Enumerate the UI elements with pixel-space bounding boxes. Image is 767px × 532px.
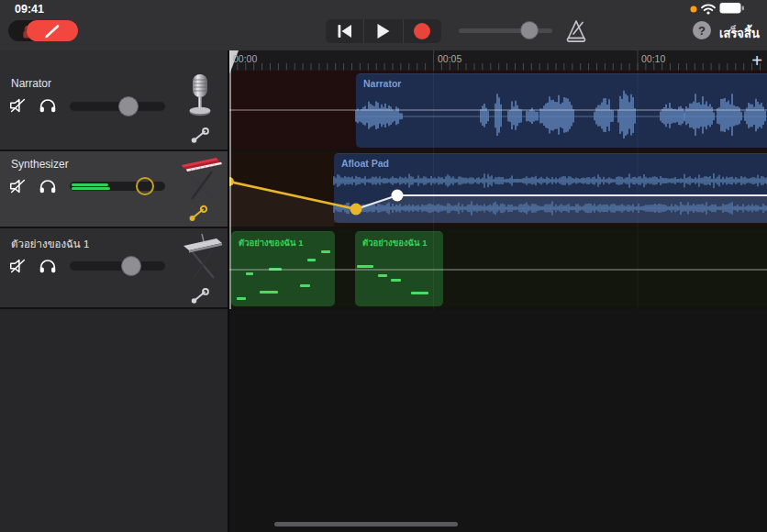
microphone-icon[interactable] [182,72,218,124]
solo-button[interactable] [37,175,59,197]
record-icon [413,22,431,40]
garageband-app: 09:41 [0,0,767,532]
mute-button[interactable] [7,175,29,197]
automation-icon [189,286,211,306]
headphones-icon [38,176,58,196]
edit-pencil-pill[interactable] [27,20,78,41]
help-button[interactable]: ? [693,21,711,39]
skip-to-start-icon [337,24,353,39]
automation-button[interactable] [189,125,211,147]
row-separator [0,150,767,151]
wifi-icon [700,3,717,15]
sidebar-divider [228,50,229,532]
track-header-narrator[interactable]: Narrator [0,50,229,150]
timeline-ruler[interactable] [229,50,767,71]
solo-button[interactable] [37,255,59,277]
metronome-button[interactable] [563,18,589,44]
ruler-label-0000: 00:00 [233,53,257,64]
recording-indicator-dot [690,6,697,13]
play-button[interactable] [364,19,402,43]
record-button[interactable] [404,19,441,43]
track-header-synthesizer[interactable]: Synthesizer [0,151,229,227]
done-button[interactable]: เสร็จสิ้น [719,24,760,43]
row-separator [0,307,767,309]
battery-icon [719,2,745,15]
ruler-label-0005: 00:05 [438,53,461,64]
track-name: ตัวอย่างของฉัน 1 [11,236,89,252]
region-label: Afloat Pad [334,154,767,169]
timeline-empty-area [229,309,767,532]
headphones-icon [38,95,58,116]
region-label: Narrator [356,74,767,89]
level-meter-right [72,187,110,190]
sidebar-empty-area: + [0,309,229,532]
track-volume-knob[interactable] [136,177,154,195]
row-separator [0,227,767,228]
toolbar: 09:41 [0,0,767,50]
horizontal-scrollbar[interactable] [274,522,458,526]
track-volume-knob[interactable] [118,96,139,116]
master-volume-knob[interactable] [520,21,539,39]
track-name: Synthesizer [11,158,69,171]
region-afloat-pad[interactable]: Afloat Pad [334,153,767,223]
track-volume-knob[interactable] [121,256,141,276]
status-time: 09:41 [15,3,44,16]
region-label: ตัวอย่างของฉัน 1 [231,232,335,249]
region-narrator[interactable]: Narrator [356,73,767,148]
ruler-label-0010: 00:10 [641,53,665,64]
region-label: ตัวอย่างของฉัน 1 [355,232,443,249]
record-enable-toggle[interactable] [8,20,78,41]
automation-icon [189,126,211,146]
region-midi-2[interactable]: ตัวอย่างของฉัน 1 [355,231,443,306]
level-meter-left [72,183,108,186]
play-icon [376,23,391,39]
automation-button[interactable] [189,285,211,307]
mute-button[interactable] [7,94,29,116]
add-section-button[interactable]: + [747,50,767,71]
headphones-icon [38,256,58,276]
solo-button[interactable] [37,94,59,116]
mute-speaker-icon [8,256,28,276]
keyboard-gray-icon[interactable] [180,230,224,283]
keyboard-red-icon[interactable] [176,152,226,205]
pencil-icon [42,23,62,39]
automation-icon-yellow [187,203,209,225]
mute-button[interactable] [7,255,29,277]
region-midi-1[interactable]: ตัวอย่างของฉัน 1 [231,231,335,306]
track-volume-slider[interactable] [70,102,165,111]
transport-controls [326,19,441,43]
track-name: Narrator [11,77,51,90]
mute-speaker-icon [8,176,28,196]
track-header-my-sample[interactable]: ตัวอย่างของฉัน 1 [0,228,229,309]
metronome-icon [563,18,589,44]
rewind-button[interactable] [326,19,363,43]
track-volume-slider[interactable] [70,261,165,271]
mute-speaker-icon [8,95,28,116]
automation-button-active[interactable] [187,203,209,225]
